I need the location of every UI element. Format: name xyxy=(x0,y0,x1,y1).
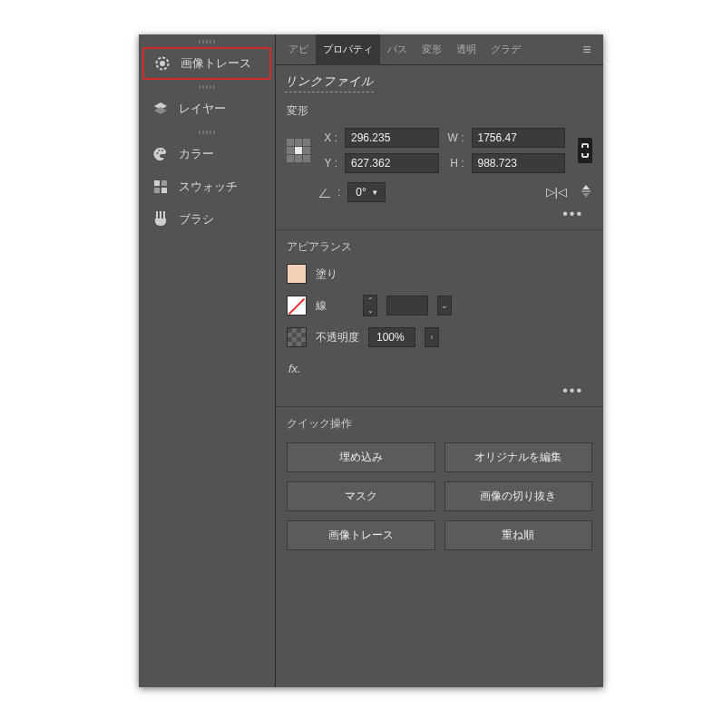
sidebar-item-layers[interactable]: レイヤー xyxy=(139,92,275,125)
transform-section: 変形 X : 296.235 W : 1756.47 Y : 627.362 H… xyxy=(276,94,603,230)
quick-actions-section: クイック操作 埋め込み オリジナルを編集 マスク 画像の切り抜き 画像トレース … xyxy=(276,407,603,558)
sidebar-item-label: レイヤー xyxy=(179,101,226,117)
opacity-input[interactable]: 100% xyxy=(368,327,415,347)
svg-point-1 xyxy=(160,61,165,66)
svg-point-5 xyxy=(159,150,161,151)
chevron-up-icon[interactable]: ⌃ xyxy=(364,296,376,306)
sidebar-item-color[interactable]: カラー xyxy=(139,138,275,170)
sidebar-item-label: カラー xyxy=(179,146,214,162)
w-input[interactable]: 1756.47 xyxy=(472,128,566,148)
crop-image-button[interactable]: 画像の切り抜き xyxy=(444,481,593,511)
panel-frame: 画像トレース レイヤー カラー スウォッチ ブラシ xyxy=(139,34,603,687)
mask-button[interactable]: マスク xyxy=(287,481,435,511)
sidebar-item-swatches[interactable]: スウォッチ xyxy=(139,170,275,203)
chevron-down-icon: ▾ xyxy=(373,188,377,197)
sidebar: 画像トレース レイヤー カラー スウォッチ ブラシ xyxy=(139,34,276,687)
more-options-icon[interactable]: ••• xyxy=(287,202,592,222)
sidebar-item-label: ブラシ xyxy=(179,211,214,228)
svg-marker-16 xyxy=(582,193,590,198)
tab-bar: アピ プロパティ パス 変形 透明 グラデ ≡ xyxy=(276,34,603,65)
h-input[interactable]: 988.723 xyxy=(472,153,566,173)
image-trace-button[interactable]: 画像トレース xyxy=(287,520,435,550)
sidebar-item-label: スウォッチ xyxy=(179,179,238,195)
properties-panel: アピ プロパティ パス 変形 透明 グラデ ≡ リンクファイル 変形 X : xyxy=(276,34,603,687)
angle-colon: : xyxy=(337,186,340,199)
tab-properties[interactable]: プロパティ xyxy=(316,34,380,65)
y-input[interactable]: 627.362 xyxy=(345,153,439,173)
opacity-swatch-icon xyxy=(287,327,307,347)
svg-rect-8 xyxy=(161,180,167,186)
constrain-proportions-icon[interactable] xyxy=(578,138,592,163)
stroke-weight-input[interactable] xyxy=(386,296,428,315)
embed-button[interactable]: 埋め込み xyxy=(287,442,435,472)
flip-vertical-icon[interactable] xyxy=(580,185,592,200)
sidebar-item-brushes[interactable]: ブラシ xyxy=(139,203,275,236)
svg-rect-12 xyxy=(160,211,161,218)
image-trace-icon xyxy=(153,54,171,73)
x-input[interactable]: 296.235 xyxy=(345,128,439,148)
tab-transparency[interactable]: 透明 xyxy=(449,34,483,65)
stroke-weight-stepper[interactable]: ⌃⌄ xyxy=(363,295,377,316)
svg-rect-7 xyxy=(154,180,160,186)
tab-appearance-short[interactable]: アピ xyxy=(281,34,316,65)
w-label: W : xyxy=(446,131,464,144)
svg-marker-14 xyxy=(582,185,590,189)
fx-button[interactable]: fx. xyxy=(287,358,592,379)
transform-heading: 変形 xyxy=(287,103,592,119)
chevron-down-icon[interactable]: ⌄ xyxy=(364,306,376,315)
sidebar-item-label: 画像トレース xyxy=(181,55,251,72)
svg-rect-10 xyxy=(161,188,167,193)
rotation-input[interactable]: 0° ▾ xyxy=(347,182,386,202)
panel-menu-icon[interactable]: ≡ xyxy=(576,42,598,58)
opacity-label: 不透明度 xyxy=(316,330,359,345)
edit-original-button[interactable]: オリジナルを編集 xyxy=(444,442,593,472)
opacity-popup-button[interactable]: › xyxy=(425,327,439,347)
angle-icon xyxy=(319,187,330,198)
svg-marker-3 xyxy=(154,107,167,114)
appearance-section: アピアランス 塗り 線 ⌃⌄ ⌄ 不透明度 100% › fx. ••• xyxy=(276,230,603,407)
svg-rect-15 xyxy=(581,190,591,191)
rotation-value: 0° xyxy=(356,186,366,199)
svg-point-6 xyxy=(161,150,163,151)
panel-grip-icon[interactable] xyxy=(189,40,225,44)
tab-transform[interactable]: 変形 xyxy=(415,34,449,65)
x-label: X : xyxy=(319,131,337,144)
tab-gradient-short[interactable]: グラデ xyxy=(483,34,528,65)
layers-icon xyxy=(151,100,170,118)
fill-label: 塗り xyxy=(316,267,337,282)
brushes-icon xyxy=(151,210,170,228)
svg-point-4 xyxy=(157,152,159,154)
reference-point-selector[interactable] xyxy=(287,139,310,162)
stroke-label: 線 xyxy=(316,298,327,314)
swatches-icon xyxy=(151,178,170,196)
arrange-button[interactable]: 重ね順 xyxy=(444,520,593,550)
selection-type-row: リンクファイル xyxy=(276,65,603,94)
panel-grip-icon[interactable] xyxy=(189,131,225,134)
svg-rect-13 xyxy=(163,211,165,218)
stroke-swatch[interactable] xyxy=(287,296,307,315)
flip-horizontal-icon[interactable]: ▷|◁ xyxy=(546,185,567,200)
tab-pathfinder-short[interactable]: パス xyxy=(380,34,415,65)
palette-icon xyxy=(151,145,170,163)
more-options-icon[interactable]: ••• xyxy=(287,379,592,399)
panel-grip-icon[interactable] xyxy=(189,85,225,89)
y-label: Y : xyxy=(319,157,337,170)
stroke-weight-dropdown[interactable]: ⌄ xyxy=(437,296,452,315)
quick-actions-heading: クイック操作 xyxy=(287,416,592,432)
svg-rect-11 xyxy=(156,211,158,218)
svg-rect-9 xyxy=(154,188,160,193)
fill-swatch[interactable] xyxy=(287,264,307,284)
h-label: H : xyxy=(446,157,464,170)
sidebar-item-image-trace[interactable]: 画像トレース xyxy=(142,47,271,80)
linked-file-label[interactable]: リンクファイル xyxy=(285,73,374,92)
appearance-heading: アピアランス xyxy=(287,239,592,255)
